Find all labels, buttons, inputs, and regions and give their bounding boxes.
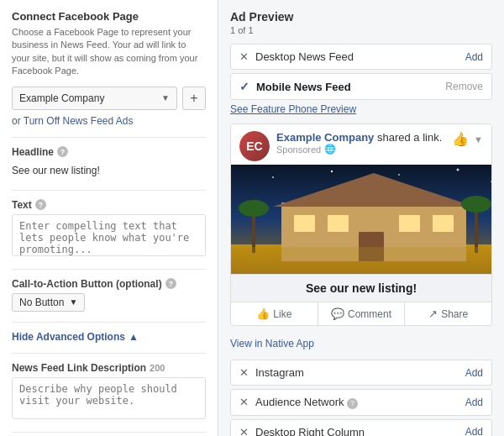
ad-header-text: Example Company shared a link. Sponsored… [276, 131, 445, 155]
news-feed-char-count: 200 [150, 363, 165, 373]
view-native-link[interactable]: View in Native App [230, 333, 492, 355]
svg-point-13 [272, 176, 274, 178]
cta-select[interactable]: No Button ▼ [12, 293, 85, 312]
ad-sponsored: Sponsored 🌐 [276, 144, 445, 155]
divider-4 [12, 322, 206, 323]
comment-icon: 💬 [331, 307, 344, 320]
audience-close-icon[interactable]: ✕ [239, 396, 249, 408]
ad-image [231, 165, 491, 274]
ad-image-svg [231, 165, 491, 274]
turn-off-link[interactable]: or Turn Off News Feed Ads [12, 115, 206, 127]
cta-info-icon[interactable]: ? [165, 278, 176, 289]
svg-rect-5 [328, 215, 349, 232]
instagram-row: ✕ Instagram Add [230, 360, 492, 386]
cta-arrow-icon: ▼ [69, 297, 77, 307]
news-feed-section: News Feed Link Description 200 [12, 362, 206, 422]
text-info-icon[interactable]: ? [35, 199, 46, 210]
mobile-news-feed-row: ✓ Mobile News Feed Remove [230, 73, 492, 100]
text-input[interactable] [12, 214, 206, 256]
desktop-close-icon[interactable]: ✕ [239, 50, 249, 63]
ad-cta-bar: See our new listing! [231, 274, 491, 302]
svg-point-15 [398, 174, 400, 176]
connect-section: Connect Facebook Page Choose a Facebook … [12, 10, 206, 127]
share-icon: ↗ [428, 307, 438, 320]
ad-shared-text: shared a link. [377, 131, 442, 144]
news-feed-label: News Feed Link Description 200 [12, 362, 206, 374]
ad-header-actions: 👍 ▼ [452, 131, 483, 147]
like-icon: 👍 [256, 307, 270, 320]
audience-info-icon[interactable]: ? [347, 398, 358, 409]
instagram-label: Instagram [255, 366, 465, 379]
svg-rect-9 [252, 211, 255, 253]
svg-point-12 [461, 196, 491, 213]
left-panel: Connect Facebook Page Choose a Facebook … [0, 0, 218, 436]
headline-label: Headline ? [12, 146, 206, 158]
hide-advanced-button[interactable]: Hide Advanced Options ▲ [12, 331, 206, 343]
divider-2 [12, 190, 206, 191]
svg-rect-7 [433, 215, 454, 232]
news-feed-input[interactable] [12, 377, 206, 419]
ad-actions: 👍 Like 💬 Comment ↗ Share [231, 302, 491, 325]
text-section: Text ? [12, 199, 206, 259]
audience-network-row: ✕ Audience Network ? Add [230, 389, 492, 416]
svg-rect-6 [399, 215, 420, 232]
globe-icon: 🌐 [324, 144, 336, 155]
mobile-remove-button[interactable]: Remove [445, 81, 483, 92]
page-select[interactable]: Example Company ▼ [12, 87, 177, 110]
desktop-right-column-label: Desktop Right Column [255, 426, 465, 437]
cta-section: Call-to-Action Button (optional) ? No Bu… [12, 278, 206, 312]
connect-desc: Choose a Facebook Page to represent your… [12, 26, 206, 78]
headline-value: See our new listing! [12, 161, 206, 180]
svg-rect-18 [231, 247, 491, 274]
audience-add-button[interactable]: Add [465, 397, 483, 408]
desktop-add-button[interactable]: Add [465, 51, 483, 63]
connect-title: Connect Facebook Page [12, 10, 206, 23]
svg-rect-11 [475, 207, 478, 253]
like-button[interactable]: 👍 Like [231, 302, 318, 325]
svg-rect-4 [294, 215, 315, 232]
ad-header-chevron-icon[interactable]: ▼ [474, 134, 483, 144]
like-thumb-icon[interactable]: 👍 [452, 131, 469, 147]
desktop-right-column-row: ✕ Desktop Right Column Add [230, 419, 492, 437]
share-button[interactable]: ↗ Share [405, 302, 491, 325]
feature-phone-link[interactable]: See Feature Phone Preview [230, 103, 492, 115]
text-label: Text ? [12, 199, 206, 211]
right-panel: Ad Preview 1 of 1 ✕ Desktop News Feed Ad… [218, 0, 504, 436]
chevron-down-icon: ▼ [161, 93, 170, 102]
divider-1 [12, 137, 206, 138]
avatar: EC [239, 131, 270, 161]
comment-button[interactable]: 💬 Comment [318, 302, 406, 325]
desktop-news-feed-row: ✕ Desktop News Feed Add [230, 44, 492, 70]
bottom-placements: ✕ Instagram Add ✕ Audience Network ? Add… [230, 360, 492, 436]
divider-3 [12, 269, 206, 270]
svg-point-10 [239, 200, 269, 217]
ad-preview-count: 1 of 1 [230, 25, 492, 35]
page-row: Example Company ▼ + [12, 87, 206, 110]
mobile-news-feed-label: Mobile News Feed [256, 81, 445, 93]
cta-label: Call-to-Action Button (optional) ? [12, 278, 206, 290]
avatar-image: EC [239, 131, 270, 161]
divider-6 [12, 432, 206, 433]
svg-point-14 [331, 171, 333, 172]
ad-card-header: EC Example Company shared a link. Sponso… [231, 124, 491, 165]
mobile-check-icon: ✓ [239, 80, 249, 93]
ad-card: EC Example Company shared a link. Sponso… [230, 123, 492, 326]
desktop-news-feed-label: Desktop News Feed [255, 50, 465, 63]
ad-company-line: Example Company shared a link. [276, 131, 445, 144]
instagram-add-button[interactable]: Add [465, 367, 483, 379]
ad-company-name: Example Company [276, 131, 374, 144]
divider-5 [12, 353, 206, 354]
ad-preview-title: Ad Preview [230, 10, 492, 24]
instagram-close-icon[interactable]: ✕ [239, 366, 249, 379]
page-select-value: Example Company [19, 92, 104, 104]
cta-value: No Button [19, 297, 64, 308]
svg-point-16 [457, 169, 459, 171]
audience-network-label: Audience Network ? [255, 396, 465, 409]
add-page-button[interactable]: + [182, 87, 206, 110]
desktop-right-add-button[interactable]: Add [465, 426, 483, 436]
chevron-up-icon: ▲ [129, 331, 139, 343]
headline-info-icon[interactable]: ? [57, 146, 68, 157]
ad-cta-text: See our new listing! [239, 281, 483, 295]
headline-section: Headline ? See our new listing! [12, 146, 206, 180]
desktop-right-close-icon[interactable]: ✕ [239, 426, 249, 437]
